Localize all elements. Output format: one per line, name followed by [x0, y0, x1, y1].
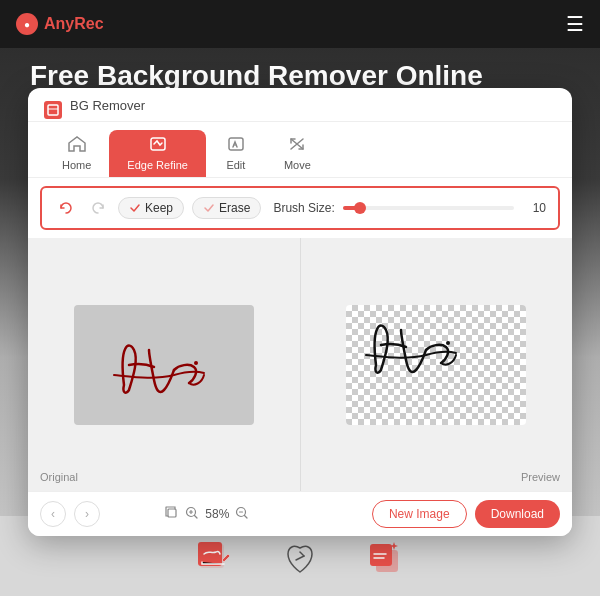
home-icon — [68, 136, 86, 156]
feature-icon-1 — [194, 534, 238, 578]
hamburger-menu[interactable]: ☰ — [566, 12, 584, 36]
zoom-out-icon[interactable] — [235, 506, 249, 523]
new-image-button[interactable]: New Image — [372, 500, 467, 528]
toolbar-tabs: Home Edge Refine Edit — [28, 122, 572, 178]
keep-button[interactable]: Keep — [118, 197, 184, 219]
svg-line-14 — [245, 515, 248, 518]
edit-icon — [227, 136, 245, 156]
zoom-percent: 58% — [205, 507, 229, 521]
copy-icon[interactable] — [165, 506, 179, 523]
tool-bar: Keep Erase Brush Size: 10 — [40, 186, 560, 230]
svg-point-5 — [194, 361, 198, 365]
keep-label: Keep — [145, 201, 173, 215]
tab-edit-label: Edit — [226, 159, 245, 171]
next-arrow[interactable]: › — [74, 501, 100, 527]
action-buttons: New Image Download — [372, 500, 560, 528]
original-image — [74, 305, 254, 425]
svg-rect-7 — [168, 509, 176, 517]
prev-arrow[interactable]: ‹ — [40, 501, 66, 527]
tab-edit[interactable]: Edit — [206, 130, 266, 177]
brush-size-slider[interactable] — [343, 206, 514, 210]
bottom-bar: ‹ › 58% — [28, 491, 572, 536]
preview-panel: Preview — [300, 238, 573, 491]
tab-move[interactable]: Move — [266, 130, 329, 177]
undo-button[interactable] — [54, 196, 78, 220]
slider-track[interactable] — [343, 206, 514, 210]
bottom-icon-3 — [362, 534, 406, 578]
original-label: Original — [40, 471, 78, 483]
bottom-icon-2 — [278, 534, 322, 578]
svg-point-6 — [446, 341, 450, 345]
original-signature — [94, 325, 234, 405]
brush-size-label: Brush Size: — [273, 201, 334, 215]
original-panel: Original — [28, 238, 300, 491]
modal-header-icon — [44, 101, 62, 119]
brush-size-value: 10 — [522, 201, 546, 215]
tab-home[interactable]: Home — [44, 130, 109, 177]
logo-accent: Any — [44, 15, 74, 32]
logo-icon: ● — [16, 13, 38, 35]
tab-home-label: Home — [62, 159, 91, 171]
zoom-controls: 58% — [165, 506, 249, 523]
tab-move-label: Move — [284, 159, 311, 171]
tab-edge-refine-label: Edge Refine — [127, 159, 188, 171]
tab-edge-refine[interactable]: Edge Refine — [109, 130, 206, 177]
redo-button[interactable] — [86, 196, 110, 220]
modal-header: BG Remover — [28, 88, 572, 122]
feature-icon-2 — [278, 534, 322, 578]
svg-line-11 — [195, 515, 198, 518]
modal-header-title: BG Remover — [70, 98, 145, 121]
erase-button[interactable]: Erase — [192, 197, 261, 219]
logo-text: AnyRec — [44, 15, 104, 33]
move-icon — [288, 136, 306, 156]
erase-label: Erase — [219, 201, 250, 215]
preview-image — [346, 305, 526, 425]
slider-thumb[interactable] — [354, 202, 366, 214]
top-navigation: ● AnyRec ☰ — [0, 0, 600, 48]
preview-signature — [346, 305, 486, 385]
edge-refine-icon — [149, 136, 167, 156]
svg-rect-2 — [151, 138, 165, 150]
canvas-area: Original Preview — [28, 238, 572, 491]
svg-rect-0 — [48, 105, 58, 115]
bg-remover-modal: BG Remover Home Edge Refine — [28, 88, 572, 536]
bottom-icon-1 — [194, 534, 238, 578]
feature-icon-3 — [362, 534, 406, 578]
zoom-in-icon[interactable] — [185, 506, 199, 523]
preview-label: Preview — [521, 471, 560, 483]
logo: ● AnyRec — [16, 13, 104, 35]
download-button[interactable]: Download — [475, 500, 560, 528]
